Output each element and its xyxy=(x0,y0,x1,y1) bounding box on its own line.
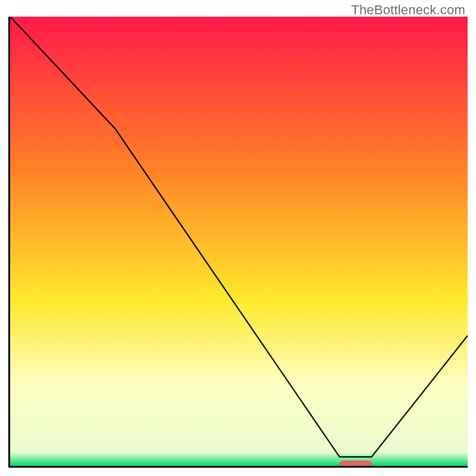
optimum-marker xyxy=(340,461,372,467)
bottleneck-curve xyxy=(10,17,468,466)
chart-container xyxy=(8,17,468,468)
plot-area xyxy=(8,17,468,468)
watermark-text: TheBottleneck.com xyxy=(351,2,465,18)
